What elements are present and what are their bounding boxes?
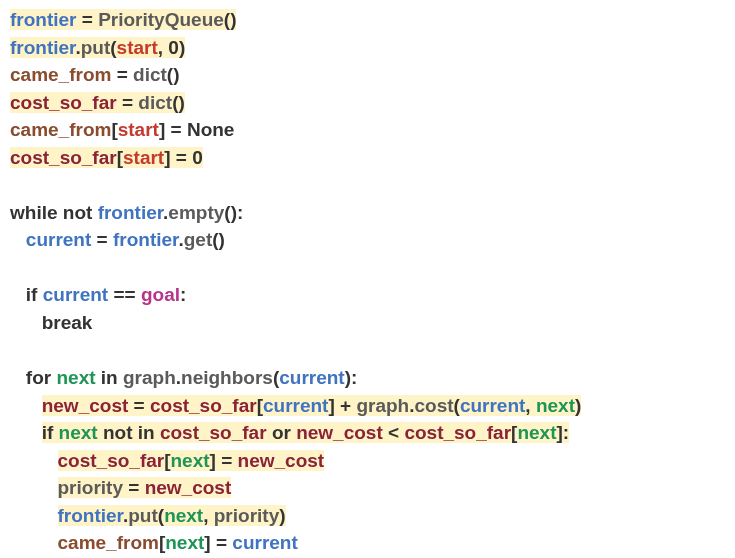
var-current: current	[43, 284, 108, 305]
var-new-cost: new_cost	[42, 395, 129, 416]
code-block: frontier = PriorityQueue() frontier.put(…	[10, 6, 725, 557]
var-start: start	[123, 147, 164, 168]
parens: ()	[224, 9, 237, 30]
var-start: start	[117, 37, 158, 58]
kw-not: not	[63, 202, 93, 223]
var-came-from: came_from	[10, 119, 111, 140]
fn-empty: empty	[168, 202, 224, 223]
fn-cost: cost	[414, 395, 453, 416]
var-next: next	[165, 532, 204, 553]
var-current: current	[26, 229, 91, 250]
fn-get: get	[184, 229, 213, 250]
kw-in: in	[101, 367, 118, 388]
var-frontier: frontier	[10, 37, 75, 58]
fn-priorityqueue: PriorityQueue	[98, 9, 224, 30]
var-new-cost: new_cost	[296, 422, 383, 443]
fn-neighbors: neighbors	[181, 367, 273, 388]
var-graph: graph	[356, 395, 409, 416]
var-frontier: frontier	[10, 9, 77, 30]
var-frontier: frontier	[113, 229, 178, 250]
var-next: next	[536, 395, 575, 416]
kw-for: for	[26, 367, 51, 388]
var-new-cost: new_cost	[238, 450, 325, 471]
var-next: next	[164, 505, 203, 526]
var-next: next	[59, 422, 98, 443]
kw-not-in: not in	[103, 422, 155, 443]
var-cost-so-far: cost_so_far	[10, 92, 117, 113]
kw-if: if	[42, 422, 54, 443]
var-graph: graph	[123, 367, 176, 388]
var-frontier: frontier	[98, 202, 163, 223]
var-cost-so-far: cost_so_far	[150, 395, 257, 416]
var-cost-so-far: cost_so_far	[10, 147, 117, 168]
var-cost-so-far: cost_so_far	[160, 422, 267, 443]
kw-break: break	[42, 312, 93, 333]
var-came-from: came_from	[10, 64, 111, 85]
var-cost-so-far: cost_so_far	[404, 422, 511, 443]
fn-dict: dict	[133, 64, 167, 85]
var-goal: goal	[141, 284, 180, 305]
var-current: current	[279, 367, 344, 388]
literal-zero: 0	[168, 37, 179, 58]
var-came-from: came_from	[58, 532, 159, 553]
var-priority: priority	[58, 477, 123, 498]
fn-put: put	[128, 505, 158, 526]
assign-op: =	[77, 9, 99, 30]
kw-if: if	[26, 284, 38, 305]
var-next: next	[517, 422, 556, 443]
var-priority: priority	[214, 505, 279, 526]
var-start: start	[118, 119, 159, 140]
fn-dict: dict	[138, 92, 172, 113]
kw-while: while	[10, 202, 58, 223]
var-current: current	[232, 532, 297, 553]
fn-put: put	[81, 37, 111, 58]
var-next: next	[171, 450, 210, 471]
literal-none: None	[187, 119, 235, 140]
var-cost-so-far: cost_so_far	[58, 450, 165, 471]
var-frontier: frontier	[58, 505, 123, 526]
var-current: current	[460, 395, 525, 416]
literal-zero: 0	[192, 147, 203, 168]
var-current: current	[263, 395, 328, 416]
kw-or: or	[272, 422, 291, 443]
var-next: next	[56, 367, 95, 388]
var-new-cost: new_cost	[145, 477, 232, 498]
